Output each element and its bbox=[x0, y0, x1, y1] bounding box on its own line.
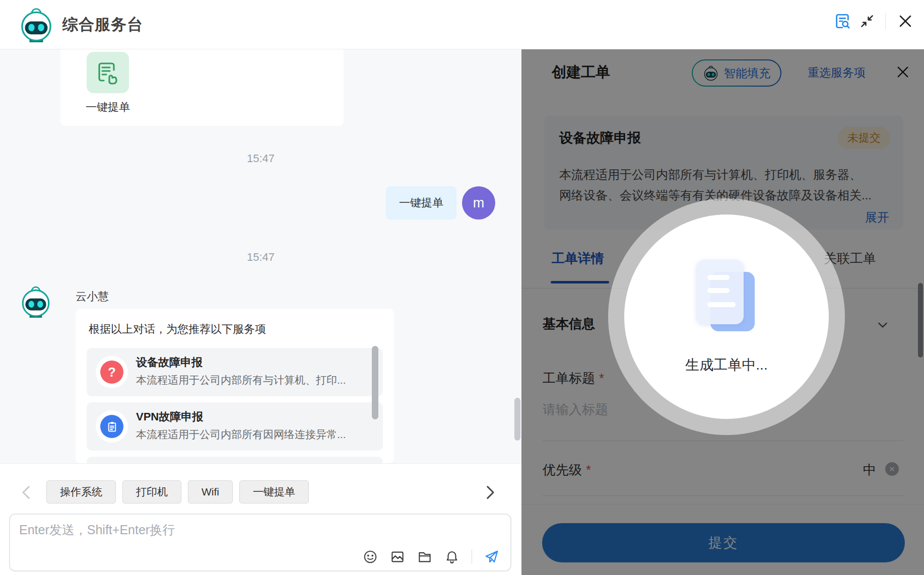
service-desk-window: 综合服务台 bbox=[0, 0, 924, 575]
chip-one-click-ticket[interactable]: 一键提单 bbox=[239, 480, 309, 504]
bot-avatar bbox=[19, 284, 52, 318]
header-divider bbox=[885, 13, 886, 29]
loading-text: 生成工单中... bbox=[685, 355, 767, 375]
chips-next-icon[interactable] bbox=[481, 484, 498, 501]
user-avatar: m bbox=[462, 186, 495, 220]
service-item-desc: 本流程适用于公司内部所有因网络连接异常... bbox=[136, 427, 375, 442]
close-window-icon[interactable] bbox=[898, 14, 913, 29]
composer-toolbar bbox=[363, 549, 499, 564]
user-message-bubble: 一键提单 bbox=[386, 186, 456, 220]
one-click-ticket-label: 一键提单 bbox=[78, 100, 138, 115]
service-item-device-fault[interactable]: ? 设备故障申报 本流程适用于公司内部所有与计算机、打印... bbox=[87, 348, 383, 396]
chip-printer[interactable]: 打印机 bbox=[122, 480, 181, 504]
service-icon-wrap: ? bbox=[96, 356, 128, 388]
timestamp: 15:47 bbox=[0, 251, 521, 264]
bot-name: 云小慧 bbox=[76, 289, 109, 304]
folder-icon[interactable] bbox=[417, 549, 432, 564]
chip-wifi[interactable]: Wifi bbox=[188, 480, 233, 504]
robot-mascot-logo bbox=[18, 6, 54, 42]
create-ticket-panel: 创建工单 智能填充 重选服务项 设备故障申报 未提交 bbox=[521, 49, 924, 575]
image-icon[interactable] bbox=[390, 549, 405, 564]
timestamp: 15:47 bbox=[0, 152, 521, 165]
bell-icon[interactable] bbox=[444, 549, 459, 564]
service-item-desc: 本流程适用于公司内部所有与计算机、打印... bbox=[136, 373, 375, 387]
one-click-ticket-tile[interactable] bbox=[87, 52, 129, 93]
chips-prev-icon[interactable] bbox=[18, 484, 35, 501]
ticket-search-icon[interactable] bbox=[834, 13, 851, 30]
loading-circle: 生成工单中... bbox=[624, 214, 829, 419]
collapse-window-icon[interactable] bbox=[860, 14, 875, 29]
bot-intro-text: 根据以上对话，为您推荐以下服务项 bbox=[89, 322, 266, 337]
chip-os[interactable]: 操作系统 bbox=[46, 480, 116, 504]
clipboard-icon bbox=[100, 415, 123, 438]
loading-ring: 生成工单中... bbox=[608, 198, 845, 435]
send-icon[interactable] bbox=[484, 549, 499, 564]
message-input[interactable] bbox=[19, 522, 402, 550]
emoji-icon[interactable] bbox=[363, 549, 378, 564]
quick-chips-row: 操作系统 打印机 Wifi 一键提单 bbox=[46, 480, 309, 504]
generating-document-icon bbox=[696, 260, 757, 333]
chat-area: 一键提单 15:47 一键提单 m 15:47 云小慧 根据以上对话，为您推荐以… bbox=[0, 49, 521, 575]
user-message-row: 一键提单 m bbox=[386, 186, 495, 220]
app-title: 综合服务台 bbox=[62, 14, 143, 35]
document-hand-icon bbox=[96, 60, 120, 85]
service-item-title: 设备故障申报 bbox=[136, 355, 203, 370]
chat-bottom-section: 操作系统 打印机 Wifi 一键提单 bbox=[0, 463, 521, 575]
toolbar-divider bbox=[472, 550, 472, 564]
service-list-scrollbar[interactable] bbox=[372, 346, 378, 419]
service-icon-wrap bbox=[96, 410, 128, 443]
service-item-partial[interactable] bbox=[87, 457, 383, 463]
window-header: 综合服务台 bbox=[0, 0, 924, 49]
chat-scrollbar[interactable] bbox=[514, 398, 520, 441]
bot-message-bubble: 根据以上对话，为您推荐以下服务项 ? 设备故障申报 本流程适用于公司内部所有与计… bbox=[76, 309, 394, 463]
message-composer bbox=[9, 514, 511, 571]
question-icon: ? bbox=[100, 361, 123, 384]
service-shortcut-card: 一键提单 bbox=[60, 49, 344, 126]
service-item-title: VPN故障申报 bbox=[136, 409, 203, 424]
service-item-vpn-fault[interactable]: VPN故障申报 本流程适用于公司内部所有因网络连接异常... bbox=[87, 402, 383, 451]
